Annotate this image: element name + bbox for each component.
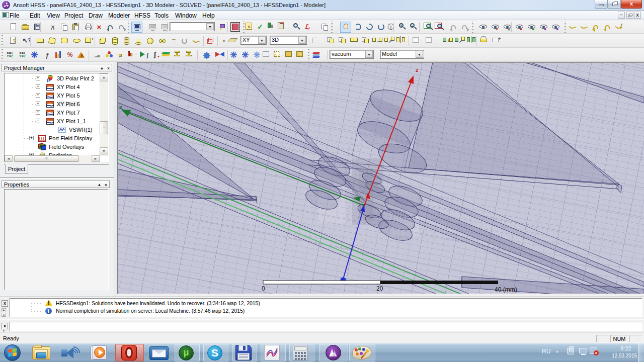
svg-text:x: x <box>119 104 123 110</box>
svg-text:20: 20 <box>376 285 383 292</box>
svg-text:40 (mm): 40 (mm) <box>495 286 517 293</box>
svg-text:0: 0 <box>262 285 265 292</box>
svg-text:z: z <box>416 67 419 73</box>
